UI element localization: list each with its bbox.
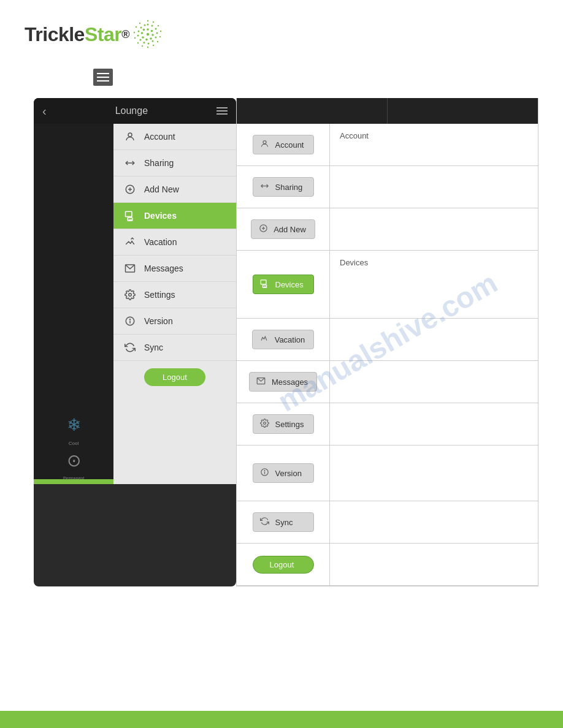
- svg-point-17: [139, 39, 141, 41]
- svg-point-35: [139, 23, 140, 24]
- table-cell-sync-desc: [330, 501, 538, 543]
- phone-menu-item-vacation[interactable]: Vacation: [113, 229, 236, 256]
- svg-point-23: [153, 21, 154, 23]
- svg-point-36: [128, 133, 132, 137]
- phone-menu-label-sharing: Sharing: [144, 158, 174, 168]
- hamburger-line-3: [97, 80, 109, 82]
- svg-point-27: [157, 41, 158, 42]
- svg-point-1: [147, 28, 149, 31]
- account-button[interactable]: Account: [253, 135, 314, 154]
- table-row-account: Account Account: [237, 124, 538, 166]
- footer-bar: [0, 711, 563, 728]
- table-cell-messages-btn: Messages: [237, 361, 330, 403]
- svg-point-16: [143, 42, 145, 44]
- phone-menu-item-settings[interactable]: Settings: [113, 282, 236, 308]
- logo-trademark: ®: [121, 28, 129, 41]
- logo-icon: [132, 18, 164, 50]
- svg-point-14: [151, 40, 153, 42]
- phone-menu-label-settings: Settings: [144, 290, 175, 300]
- table-row-devices: Devices Devices: [237, 251, 538, 319]
- header: Trickle Star ®: [0, 0, 563, 63]
- table-cell-settings-btn: Settings: [237, 403, 330, 445]
- messages-btn-icon: [256, 376, 267, 387]
- sharing-button[interactable]: Sharing: [253, 177, 314, 197]
- sync-btn-label: Sync: [275, 518, 293, 527]
- phone-menu-item-devices[interactable]: Devices: [113, 203, 236, 229]
- phone-menu-item-add-new[interactable]: Add New: [113, 176, 236, 203]
- cool-label: Cool: [69, 441, 79, 446]
- hamburger-button[interactable]: [93, 69, 113, 86]
- add-new-button[interactable]: Add New: [251, 219, 315, 239]
- account-btn-label: Account: [275, 140, 304, 150]
- phone-menu-item-messages[interactable]: Messages: [113, 256, 236, 282]
- svg-point-30: [142, 45, 143, 47]
- phone-menu-label-account: Account: [144, 132, 175, 142]
- svg-point-10: [151, 25, 153, 27]
- svg-point-3: [151, 34, 154, 36]
- table-row-sharing: Sharing: [237, 166, 538, 208]
- settings-button[interactable]: Settings: [253, 414, 314, 434]
- table-cell-logout-desc: [330, 544, 538, 585]
- bottom-green-bar: [34, 479, 113, 484]
- table-cell-messages-desc: [330, 361, 538, 403]
- table-row-version: Version: [237, 446, 538, 501]
- svg-point-2: [151, 30, 153, 32]
- phone-topbar: ‹ Lounge: [34, 98, 236, 124]
- svg-point-9: [147, 24, 148, 26]
- table-cell-account-btn: Account: [237, 124, 330, 165]
- table-cell-account-desc: Account: [330, 124, 538, 165]
- phone-topbar-menu-icon[interactable]: [216, 107, 228, 115]
- main-content: ‹ Lounge ❄ Cool ⊙ Permanent: [0, 98, 563, 586]
- phone-mockup: ‹ Lounge ❄ Cool ⊙ Permanent: [34, 98, 236, 586]
- svg-point-5: [145, 39, 148, 41]
- svg-point-6: [142, 36, 144, 39]
- table-cell-version-btn: Version: [237, 446, 330, 501]
- hamburger-line-1: [97, 73, 109, 74]
- vacation-button[interactable]: Vacation: [252, 330, 315, 349]
- svg-point-20: [140, 27, 142, 29]
- devices-button[interactable]: Devices: [253, 275, 314, 294]
- version-button[interactable]: Version: [253, 463, 314, 483]
- phone-menu-label-devices: Devices: [144, 211, 177, 221]
- add-new-icon: [123, 183, 137, 196]
- table-row-sync: Sync: [237, 501, 538, 544]
- phone-menu-label-add-new: Add New: [144, 184, 179, 194]
- sync-button[interactable]: Sync: [253, 512, 314, 532]
- svg-point-25: [160, 31, 161, 32]
- sync-btn-icon: [259, 517, 270, 528]
- table-cell-logout-btn: Logout: [237, 544, 330, 585]
- phone-logout-row: Logout: [113, 361, 236, 393]
- account-description: Account: [340, 130, 369, 142]
- messages-button[interactable]: Messages: [249, 372, 317, 392]
- phone-menu-label-vacation: Vacation: [144, 237, 177, 247]
- phone-menu-label-version: Version: [144, 316, 173, 326]
- table-cell-vacation-btn: Vacation: [237, 319, 330, 360]
- table-row-logout: Logout: [237, 544, 538, 586]
- table-cell-add-new-btn: Add New: [237, 208, 330, 250]
- vacation-btn-icon: [259, 334, 270, 345]
- phone-menu-item-version[interactable]: Version: [113, 308, 236, 335]
- table-cell-add-new-desc: [330, 208, 538, 250]
- svg-rect-54: [261, 280, 266, 284]
- table-cell-sync-btn: Sync: [237, 501, 330, 543]
- phone-bg-panel: ❄ Cool ⊙ Permanent: [34, 124, 113, 484]
- svg-point-31: [137, 42, 139, 44]
- table-cell-version-desc: [330, 446, 538, 501]
- phone-menu-item-account[interactable]: Account: [113, 124, 236, 150]
- vacation-btn-label: Vacation: [275, 335, 305, 344]
- logout-button[interactable]: Logout: [253, 556, 314, 574]
- table-header: [237, 98, 538, 124]
- phone-slide-menu: Account Sharing Add New: [113, 124, 236, 484]
- hamburger-line-2: [97, 77, 109, 78]
- hamburger-area: [0, 63, 563, 98]
- svg-point-28: [153, 45, 154, 46]
- phone-logout-button[interactable]: Logout: [144, 368, 205, 386]
- phone-menu-item-sync[interactable]: Sync: [113, 335, 236, 361]
- version-btn-icon: [259, 468, 270, 479]
- phone-menu-item-sharing[interactable]: Sharing: [113, 150, 236, 176]
- svg-point-32: [134, 37, 136, 39]
- svg-point-15: [147, 43, 149, 45]
- table-cell-devices-desc: Devices: [330, 251, 538, 318]
- phone-back-icon[interactable]: ‹: [42, 104, 47, 118]
- sync-icon: [123, 341, 137, 354]
